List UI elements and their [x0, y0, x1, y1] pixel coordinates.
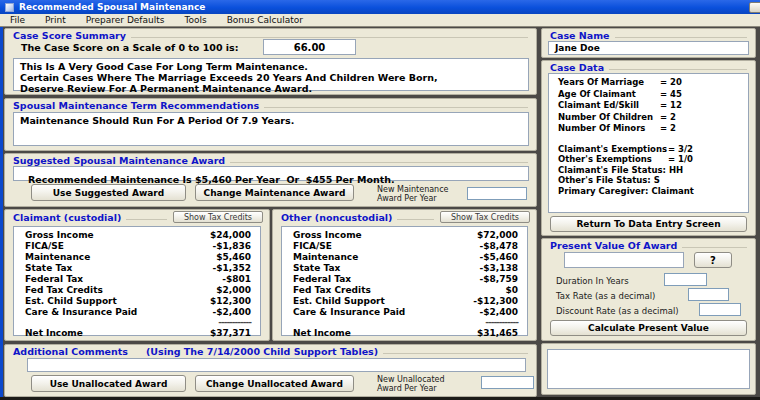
- new-maintenance-award-input[interactable]: [467, 187, 527, 200]
- new-unallocated-award-input[interactable]: [481, 376, 534, 389]
- money-label: FICA/SE: [25, 241, 64, 252]
- tax-rate-label: Tax Rate (as a decimal): [556, 291, 655, 301]
- suggested-award-title: Suggested Spousal Maintenance Award: [13, 155, 225, 166]
- case-score-value-box: 66.00: [263, 39, 356, 55]
- menu-preparer-defaults[interactable]: Preparer Defaults: [76, 14, 175, 26]
- claimant-show-tax-credits-button[interactable]: Show Tax Credits: [173, 211, 263, 223]
- money-label: Est. Child Support: [293, 296, 385, 307]
- change-unallocated-award-button[interactable]: Change Unallocated Award: [195, 375, 354, 392]
- money-value: $31,465: [477, 328, 518, 339]
- money-label: Gross Income: [293, 230, 362, 241]
- money-label: Net Income: [25, 328, 83, 339]
- money-row: Fed Tax Credits$0: [282, 285, 527, 296]
- window-control-button[interactable]: [749, 2, 760, 13]
- case-score-label: The Case Score on a Scale of 0 to 100 is…: [21, 42, 239, 53]
- money-row: State Tax-$3,138: [282, 263, 527, 274]
- stat-value: = 2: [660, 123, 744, 135]
- stat-label: Claimant Ed/Skill: [558, 100, 660, 112]
- divider-line: [131, 37, 528, 38]
- case-score-comment-line: Deserve Review For A Permanent Maintenan…: [20, 83, 522, 94]
- stat-value: = 12: [660, 100, 744, 112]
- case-score-comment-line: Certain Cases Where The Marriage Exceeds…: [20, 72, 522, 83]
- new-maintenance-award-label: New Maintenance Award Per Year: [377, 185, 461, 203]
- other-money-box: Gross Income$72,000 FICA/SE-$8,478 Maint…: [281, 226, 528, 336]
- window-left-border: [0, 27, 3, 397]
- menu-tools[interactable]: Tools: [174, 14, 216, 26]
- case-data-panel: Case Data Years Of Marriage= 20 Age Of C…: [541, 60, 756, 236]
- money-label: Federal Tax: [293, 274, 351, 285]
- money-label: Est. Child Support: [25, 296, 117, 307]
- case-data-box: Years Of Marriage= 20 Age Of Claimant= 4…: [548, 73, 749, 213]
- divider-line: [230, 162, 528, 163]
- money-row: Est. Child Support$12,300: [14, 296, 260, 307]
- stat-value: = 2: [660, 112, 744, 124]
- claimant-title: Claimant (custodial): [13, 212, 121, 223]
- stat-value: = 45: [660, 89, 744, 101]
- present-value-panel: Present Value Of Award ? Duration In Yea…: [541, 238, 756, 341]
- file-status-line: Other's File Status: S: [558, 175, 744, 186]
- other-show-tax-credits-button[interactable]: Show Tax Credits: [440, 211, 530, 223]
- child-support-tables-note: (Using The 7/14/2000 Child Support Table…: [146, 346, 378, 357]
- menu-print[interactable]: Print: [35, 14, 76, 26]
- case-stat-row: Number Of Children= 2: [558, 112, 744, 124]
- divider-line: [383, 353, 528, 354]
- money-value: $37,371: [210, 328, 251, 339]
- duration-input[interactable]: [664, 273, 707, 286]
- money-value: -$1,352: [213, 263, 251, 274]
- divider-line: [609, 69, 747, 70]
- case-stat-row: Years Of Marriage= 20: [558, 77, 744, 89]
- case-name-value-box: Jane Doe: [548, 41, 749, 55]
- money-label: Federal Tax: [25, 274, 83, 285]
- term-text: Maintenance Should Run For A Period Of 7…: [20, 115, 522, 126]
- tax-rate-input[interactable]: [688, 288, 729, 301]
- money-value: -$801: [222, 274, 251, 285]
- suggested-award-panel: Suggested Spousal Maintenance Award Reco…: [4, 153, 537, 207]
- other-title: Other (noncustodial): [281, 212, 392, 223]
- menu-bonus-calculator[interactable]: Bonus Calculator: [217, 14, 313, 26]
- notes-box: [547, 349, 750, 389]
- exemption-row: Other's Exemptions= 1/0: [558, 154, 744, 165]
- money-divider: ------------: [282, 318, 527, 327]
- money-row: FICA/SE-$1,836: [14, 241, 260, 252]
- money-label: Net Income: [293, 328, 351, 339]
- change-maintenance-award-button[interactable]: Change Maintenance Award: [195, 184, 354, 201]
- money-value: $24,000: [210, 230, 251, 241]
- case-data-title: Case Data: [550, 62, 604, 73]
- additional-comments-panel: Additional Comments (Using The 7/14/2000…: [4, 344, 537, 397]
- discount-rate-label: Discount Rate (as a decimal): [556, 306, 679, 316]
- suggested-award-text-box: Recommended Maintenance Is $5,460 Per Ye…: [13, 166, 529, 181]
- case-score-comment-line: This Is A Very Good Case For Long Term M…: [20, 61, 522, 72]
- menu-file[interactable]: File: [0, 14, 35, 26]
- divider-line: [264, 107, 528, 108]
- title-bar: Recommended Spousal Maintenance: [0, 0, 760, 14]
- money-label: Care & Insurance Paid: [293, 307, 405, 318]
- file-status-line: Claimant's File Status: HH: [558, 165, 744, 176]
- present-value-help-button[interactable]: ?: [694, 252, 732, 268]
- window-title: Recommended Spousal Maintenance: [19, 2, 205, 12]
- case-name-panel: Case Name Jane Doe: [541, 28, 756, 58]
- use-suggested-award-button[interactable]: Use Suggested Award: [31, 184, 186, 201]
- exemption-row: Claimant's Exemptions= 3/2: [558, 144, 744, 155]
- money-label: FICA/SE: [293, 241, 332, 252]
- money-divider: ------------: [14, 318, 260, 327]
- present-value-title: Present Value Of Award: [550, 240, 677, 251]
- divider-line: [126, 219, 167, 220]
- money-value: $5,460: [216, 252, 251, 263]
- additional-comments-box: [27, 358, 526, 372]
- other-panel: Other (noncustodial) Show Tax Credits Gr…: [272, 209, 537, 341]
- money-label: Fed Tax Credits: [293, 285, 371, 296]
- use-unallocated-award-button[interactable]: Use Unallocated Award: [31, 375, 186, 392]
- money-value: -$1,836: [213, 241, 251, 252]
- discount-rate-input[interactable]: [699, 303, 741, 316]
- return-to-data-entry-button[interactable]: Return To Data Entry Screen: [550, 216, 747, 232]
- app-window: Recommended Spousal Maintenance File Pri…: [0, 0, 760, 400]
- money-value: -$5,460: [480, 252, 518, 263]
- calculate-present-value-button[interactable]: Calculate Present Value: [550, 320, 747, 336]
- case-stat-row: Age Of Claimant= 45: [558, 89, 744, 101]
- term-recommendations-title: Spousal Maintenance Term Recommendations: [13, 100, 259, 111]
- money-row: Maintenance$5,460: [14, 252, 260, 263]
- app-icon: [5, 3, 14, 12]
- claimant-money-box: Gross Income$24,000 FICA/SE-$1,836 Maint…: [13, 226, 261, 336]
- net-income-row: Net Income$31,465: [282, 328, 527, 339]
- net-income-row: Net Income$37,371: [14, 328, 260, 339]
